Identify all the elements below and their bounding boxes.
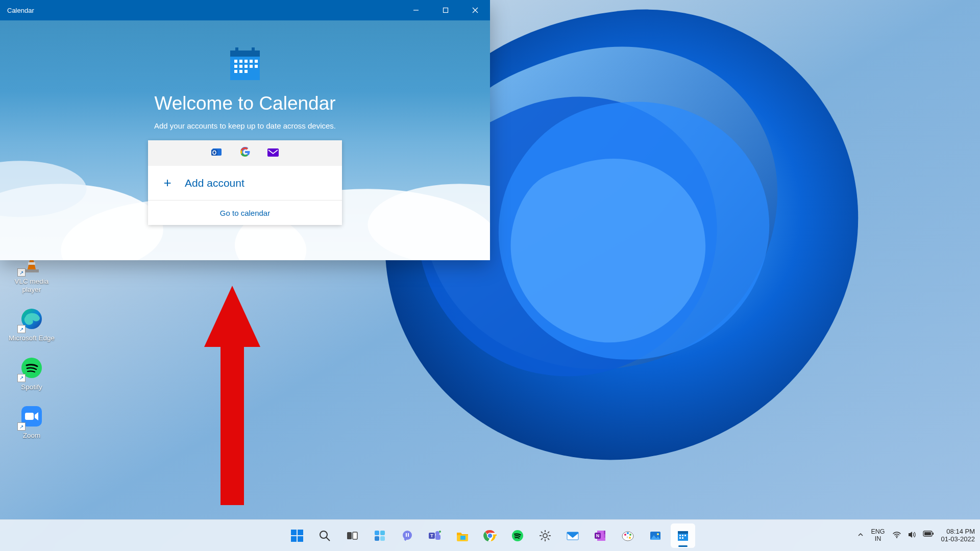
desktop-icon-zoom[interactable]: ↗ Zoom	[6, 403, 57, 440]
shortcut-arrow-icon: ↗	[17, 268, 26, 277]
svg-rect-22	[234, 60, 237, 63]
svg-rect-94	[684, 535, 686, 536]
taskbar-settings[interactable]	[533, 523, 557, 548]
svg-rect-25	[250, 60, 253, 63]
svg-rect-60	[460, 536, 465, 540]
close-button[interactable]	[460, 0, 490, 20]
welcome-heading: Welcome to Calendar	[154, 93, 335, 114]
tray-date: 01-03-2022	[941, 536, 975, 543]
svg-rect-93	[682, 535, 683, 536]
svg-rect-47	[353, 532, 357, 539]
yahoo-mail-icon	[267, 147, 279, 159]
svg-rect-40	[291, 530, 297, 535]
svg-rect-50	[375, 536, 379, 541]
svg-marker-39	[204, 286, 260, 505]
taskview-icon	[346, 529, 359, 542]
svg-rect-92	[679, 535, 681, 536]
taskbar-spotify[interactable]	[505, 523, 530, 548]
quick-settings-button[interactable]	[892, 530, 934, 541]
svg-rect-21	[252, 47, 255, 53]
svg-point-84	[627, 532, 629, 534]
svg-rect-41	[298, 530, 303, 535]
minimize-button[interactable]	[401, 0, 431, 20]
maximize-button[interactable]	[431, 0, 460, 20]
tray-overflow-button[interactable]	[857, 532, 864, 539]
svg-rect-79	[604, 538, 605, 541]
svg-rect-31	[255, 65, 258, 68]
svg-rect-91	[678, 531, 688, 534]
go-to-calendar-button[interactable]: Go to calendar	[148, 201, 342, 225]
start-button[interactable]	[285, 523, 309, 548]
clock-button[interactable]: 08:14 PM 01-03-2022	[941, 528, 975, 543]
welcome-subheading: Add your accounts to keep up to date acr…	[154, 121, 336, 130]
svg-text:T: T	[430, 533, 433, 538]
desktop-icon-label: Zoom	[23, 432, 41, 440]
svg-point-44	[320, 531, 327, 538]
taskbar-chrome[interactable]	[478, 523, 502, 548]
taskbar-calendar[interactable]	[671, 523, 695, 548]
taskview-button[interactable]	[340, 523, 364, 548]
titlebar[interactable]: Calendar	[0, 0, 490, 20]
shortcut-arrow-icon: ↗	[17, 422, 26, 431]
add-account-label: Add account	[185, 177, 244, 189]
svg-rect-49	[380, 531, 385, 535]
start-icon	[290, 529, 304, 543]
photos-icon	[649, 529, 662, 542]
google-icon	[240, 147, 250, 160]
svg-rect-2	[28, 262, 35, 265]
taskbar-photos[interactable]	[643, 523, 668, 548]
teams-icon: T	[428, 529, 442, 543]
svg-point-59	[439, 531, 441, 533]
zoom-icon: ↗	[18, 403, 45, 430]
chrome-icon	[483, 529, 497, 542]
svg-point-97	[896, 537, 897, 538]
svg-rect-78	[604, 534, 605, 538]
svg-rect-34	[244, 70, 248, 73]
desktop-icon-edge[interactable]: ↗ Microsoft Edge	[6, 306, 57, 342]
language-top: ENG	[871, 529, 885, 536]
taskbar-chat[interactable]	[395, 523, 420, 548]
desktop-icon-label: VLC media player	[6, 278, 57, 293]
svg-point-85	[629, 534, 631, 536]
search-button[interactable]	[312, 523, 337, 548]
svg-rect-20	[235, 47, 238, 53]
shortcut-arrow-icon: ↗	[17, 325, 26, 333]
language-indicator[interactable]: ENG IN	[871, 529, 885, 543]
plus-icon: +	[161, 175, 174, 191]
calendar-window: Calendar Welcome to Calendar Add your a	[0, 0, 490, 260]
language-bottom: IN	[871, 536, 885, 543]
widgets-icon	[373, 529, 386, 542]
svg-point-83	[624, 534, 626, 536]
svg-text:N: N	[596, 533, 600, 538]
taskbar-paint[interactable]	[616, 523, 640, 548]
taskbar-file-explorer[interactable]	[450, 523, 475, 548]
svg-point-65	[543, 534, 547, 538]
widgets-button[interactable]	[368, 523, 392, 548]
svg-point-52	[403, 531, 412, 540]
desktop: ↗ VLC media player ↗ Microsoft Edge ↗ Sp…	[0, 0, 980, 551]
svg-rect-24	[244, 60, 248, 63]
provider-row	[148, 140, 342, 166]
svg-rect-43	[298, 536, 303, 542]
shortcut-arrow-icon: ↗	[17, 374, 26, 382]
svg-marker-98	[909, 532, 912, 538]
svg-rect-28	[239, 65, 242, 68]
calendar-welcome-body: Welcome to Calendar Add your accounts to…	[0, 20, 490, 225]
mail-icon	[566, 529, 580, 543]
svg-rect-95	[679, 537, 681, 539]
taskbar-teams[interactable]: T	[423, 523, 447, 548]
desktop-icon-spotify[interactable]: ↗ Spotify	[6, 355, 57, 391]
svg-point-57	[435, 531, 439, 535]
onenote-icon: N	[594, 529, 607, 542]
taskbar-mail[interactable]	[560, 523, 585, 548]
outlook-icon	[211, 146, 223, 160]
add-account-button[interactable]: + Add account	[148, 166, 342, 201]
spotify-icon: ↗	[18, 355, 45, 381]
taskbar-onenote[interactable]: N	[588, 523, 612, 548]
svg-rect-29	[244, 65, 248, 68]
desktop-icon-label: Microsoft Edge	[9, 334, 55, 342]
svg-rect-58	[435, 535, 440, 540]
svg-rect-48	[375, 531, 379, 535]
svg-rect-54	[408, 533, 409, 537]
svg-rect-30	[250, 65, 253, 68]
